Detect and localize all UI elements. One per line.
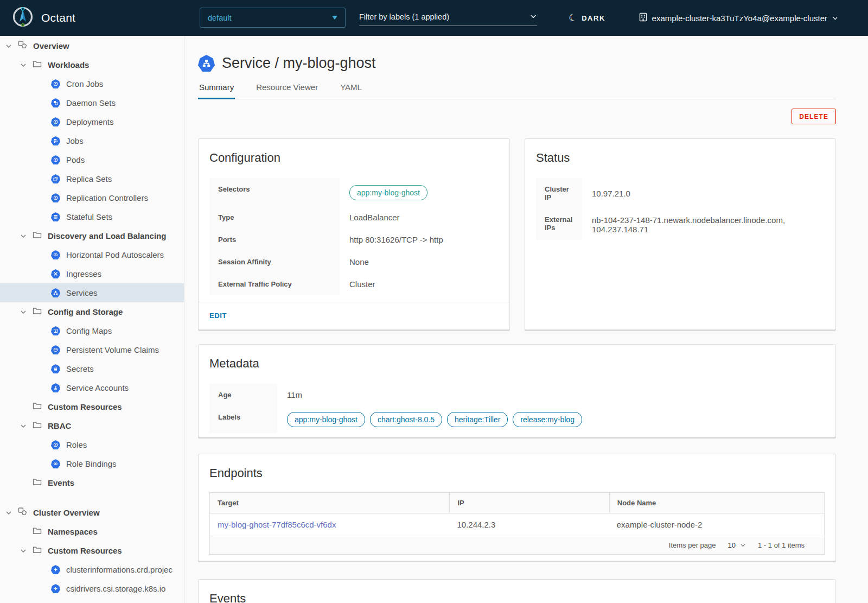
- ingresses-icon: [51, 269, 60, 278]
- label-tag-heritage: heritage:Tiller: [447, 412, 508, 427]
- custom-resource-icon: [51, 584, 60, 593]
- tab-yaml[interactable]: YAML: [339, 82, 363, 99]
- chevron-down-icon[interactable]: [20, 233, 27, 239]
- sidebar-item-service-accounts[interactable]: Service Accounts: [0, 378, 184, 397]
- sidebar-item-config-and-storage[interactable]: Config and Storage: [0, 302, 184, 321]
- sidebar-item-custom-resources[interactable]: Custom Resources: [0, 397, 184, 416]
- top-bar: Octant default Filter by labels (1 appli…: [0, 0, 868, 36]
- sidebar-item-pods[interactable]: Pods: [0, 150, 184, 169]
- sidebar-item-secrets[interactable]: Secrets: [0, 359, 184, 378]
- applications-icon: [18, 507, 27, 518]
- metadata-card: Metadata Age 11m Labels app:my-blog-ghos…: [198, 344, 836, 437]
- column-header-target: Target: [210, 493, 449, 513]
- brand: Octant: [12, 0, 75, 36]
- items-per-page-label: Items per page: [669, 541, 716, 549]
- sidebar-item-clusterinformations[interactable]: clusterinformations.crd.projec: [0, 560, 184, 579]
- column-header-ip: IP: [449, 493, 609, 513]
- chevron-down-icon[interactable]: [5, 510, 12, 516]
- pagination-range: 1 - 1 of 1 items: [758, 541, 805, 549]
- sidebar-item-replication-controllers[interactable]: Replication Controllers: [0, 188, 184, 207]
- sidebar-item-jobs[interactable]: Jobs: [0, 131, 184, 150]
- tab-resource-viewer[interactable]: Resource Viewer: [255, 82, 319, 99]
- delete-button[interactable]: DELETE: [792, 109, 836, 124]
- metadata-title: Metadata: [199, 345, 835, 371]
- roles-icon: [51, 440, 60, 449]
- stateful-sets-icon: [51, 212, 60, 221]
- services-icon: [51, 288, 60, 297]
- sidebar-item-roles[interactable]: Roles: [0, 435, 184, 454]
- sidebar-item-config-maps[interactable]: Config Maps: [0, 321, 184, 340]
- role-bindings-icon: [51, 459, 60, 468]
- config-label-ports: Ports: [209, 228, 340, 251]
- sidebar-item-stateful-sets[interactable]: Stateful Sets: [0, 207, 184, 226]
- label-filter[interactable]: Filter by labels (1 applied): [359, 8, 537, 26]
- replication-controllers-icon: [51, 193, 60, 202]
- label-tag-chart: chart:ghost-8.0.5: [370, 412, 442, 427]
- folder-icon: [33, 545, 42, 556]
- table-pagination: Items per page 10 1 - 1 of 1 items: [210, 536, 824, 554]
- events-card: Events: [198, 579, 836, 603]
- chevron-down-icon[interactable]: [20, 548, 27, 554]
- folder-icon: [33, 478, 42, 488]
- custom-resource-icon: [51, 565, 60, 574]
- chevron-down-icon[interactable]: [20, 423, 27, 429]
- cron-jobs-icon: [51, 79, 60, 88]
- tab-bar: Summary Resource Viewer YAML: [198, 82, 836, 99]
- edit-link[interactable]: EDIT: [209, 312, 227, 320]
- endpoint-target-link[interactable]: my-blog-ghost-77df85c6cd-vf6dx: [218, 520, 336, 529]
- moon-icon: ☾: [567, 12, 578, 24]
- folder-icon: [33, 231, 42, 241]
- endpoints-table: Target IP Node Name my-blog-ghost-77df85…: [209, 492, 825, 555]
- sidebar-item-discovery-and-load-balancing[interactable]: Discovery and Load Balancing: [0, 226, 184, 245]
- sidebar-item-cron-jobs[interactable]: Cron Jobs: [0, 74, 184, 93]
- chevron-down-icon[interactable]: [20, 62, 27, 68]
- pods-icon: [51, 155, 60, 164]
- status-card: Status Cluster IP 10.97.21.0 External IP…: [525, 138, 836, 330]
- sidebar-item-namespaces[interactable]: Namespaces: [0, 522, 184, 541]
- chevron-down-icon[interactable]: [5, 43, 12, 49]
- theme-toggle[interactable]: ☾ DARK: [569, 0, 605, 36]
- namespace-select[interactable]: default: [200, 8, 346, 28]
- folder-icon: [33, 421, 42, 431]
- sidebar-item-workloads[interactable]: Workloads: [0, 55, 184, 74]
- config-value-external-traffic-policy: Cluster: [340, 273, 499, 295]
- events-title: Events: [199, 580, 835, 603]
- sidebar-nav: Overview Workloads Cron Jobs Daemon Sets…: [0, 36, 184, 603]
- column-header-node-name: Node Name: [609, 493, 824, 513]
- theme-toggle-label: DARK: [582, 14, 605, 22]
- persistent-volume-claims-icon: [51, 345, 60, 354]
- daemon-sets-icon: [51, 98, 60, 107]
- secrets-icon: [51, 364, 60, 373]
- sidebar-item-csidrivers[interactable]: csidrivers.csi.storage.k8s.io: [0, 579, 184, 598]
- sidebar-item-overview[interactable]: Overview: [0, 36, 184, 55]
- sidebar-item-events[interactable]: Events: [0, 473, 184, 492]
- folder-icon: [33, 307, 42, 317]
- sidebar-item-custom-resources-cluster[interactable]: Custom Resources: [0, 541, 184, 560]
- sidebar-item-ingresses[interactable]: Ingresses: [0, 264, 184, 283]
- folder-icon: [33, 60, 42, 70]
- page-title: Service / my-blog-ghost: [222, 55, 376, 72]
- tab-summary[interactable]: Summary: [198, 82, 235, 99]
- sidebar-item-services[interactable]: Services: [0, 283, 184, 302]
- chevron-down-icon: [740, 542, 746, 548]
- config-label-type: Type: [209, 206, 340, 228]
- sidebar-item-role-bindings[interactable]: Role Bindings: [0, 454, 184, 473]
- sidebar-item-deployments[interactable]: Deployments: [0, 112, 184, 131]
- sidebar-item-replica-sets[interactable]: Replica Sets: [0, 169, 184, 188]
- chevron-down-icon[interactable]: [20, 309, 27, 315]
- octant-logo-icon: [12, 6, 34, 30]
- sidebar-item-persistent-volume-claims[interactable]: Persistent Volume Claims: [0, 340, 184, 359]
- status-label-cluster-ip: Cluster IP: [536, 178, 582, 208]
- sidebar-item-horizontal-pod-autoscalers[interactable]: Horizontal Pod Autoscalers: [0, 245, 184, 264]
- chevron-down-icon: [832, 15, 838, 21]
- main-content: Service / my-blog-ghost Summary Resource…: [184, 36, 868, 603]
- items-per-page-select[interactable]: 10: [728, 541, 746, 549]
- label-filter-text: Filter by labels (1 applied): [359, 12, 449, 21]
- endpoints-card: Endpoints Target IP Node Name my-blog-gh…: [198, 454, 836, 561]
- cluster-context-menu[interactable]: example-cluster-ka3TuTzYo4a@example-clus…: [639, 0, 838, 36]
- sidebar-item-rbac[interactable]: RBAC: [0, 416, 184, 435]
- horizontal-pod-autoscalers-icon: [51, 250, 60, 259]
- sidebar-item-cluster-overview[interactable]: Cluster Overview: [0, 503, 184, 522]
- config-value-type: LoadBalancer: [340, 206, 499, 228]
- sidebar-item-daemon-sets[interactable]: Daemon Sets: [0, 93, 184, 112]
